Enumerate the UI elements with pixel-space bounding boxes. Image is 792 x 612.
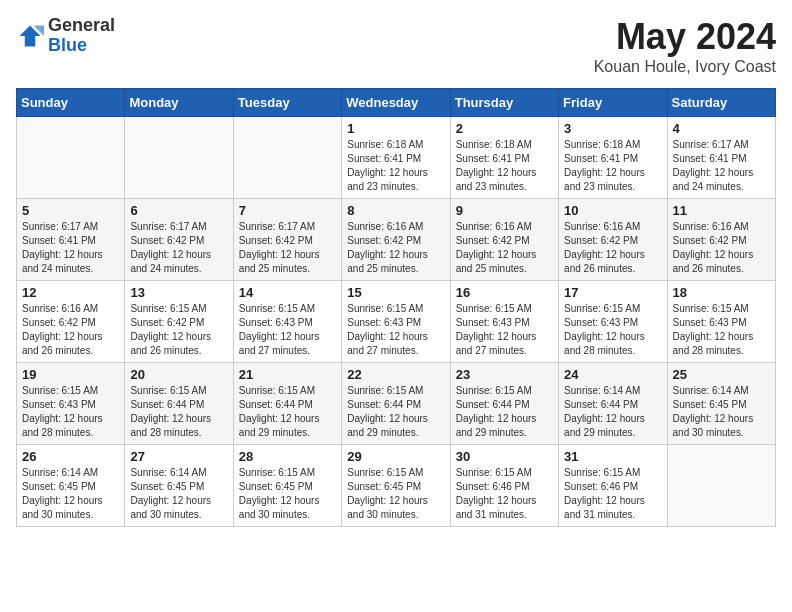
day-number: 1 (347, 121, 444, 136)
column-header-thursday: Thursday (450, 89, 558, 117)
day-number: 2 (456, 121, 553, 136)
day-detail: Sunrise: 6:15 AMSunset: 6:44 PMDaylight:… (130, 384, 227, 440)
day-detail: Sunrise: 6:15 AMSunset: 6:43 PMDaylight:… (347, 302, 444, 358)
day-detail: Sunrise: 6:15 AMSunset: 6:45 PMDaylight:… (347, 466, 444, 522)
day-detail: Sunrise: 6:17 AMSunset: 6:42 PMDaylight:… (239, 220, 336, 276)
logo-text: General Blue (48, 16, 115, 56)
day-number: 5 (22, 203, 119, 218)
calendar-subtitle: Kouan Houle, Ivory Coast (594, 58, 776, 76)
day-detail: Sunrise: 6:17 AMSunset: 6:41 PMDaylight:… (673, 138, 770, 194)
calendar-cell: 7Sunrise: 6:17 AMSunset: 6:42 PMDaylight… (233, 199, 341, 281)
day-detail: Sunrise: 6:15 AMSunset: 6:43 PMDaylight:… (456, 302, 553, 358)
day-number: 22 (347, 367, 444, 382)
calendar-cell: 6Sunrise: 6:17 AMSunset: 6:42 PMDaylight… (125, 199, 233, 281)
calendar-cell: 8Sunrise: 6:16 AMSunset: 6:42 PMDaylight… (342, 199, 450, 281)
day-number: 21 (239, 367, 336, 382)
day-detail: Sunrise: 6:15 AMSunset: 6:42 PMDaylight:… (130, 302, 227, 358)
day-number: 19 (22, 367, 119, 382)
day-number: 30 (456, 449, 553, 464)
column-header-wednesday: Wednesday (342, 89, 450, 117)
calendar-cell (233, 117, 341, 199)
calendar-cell: 9Sunrise: 6:16 AMSunset: 6:42 PMDaylight… (450, 199, 558, 281)
calendar-cell: 19Sunrise: 6:15 AMSunset: 6:43 PMDayligh… (17, 363, 125, 445)
calendar-cell (17, 117, 125, 199)
calendar-cell: 21Sunrise: 6:15 AMSunset: 6:44 PMDayligh… (233, 363, 341, 445)
calendar-cell: 4Sunrise: 6:17 AMSunset: 6:41 PMDaylight… (667, 117, 775, 199)
calendar-cell: 29Sunrise: 6:15 AMSunset: 6:45 PMDayligh… (342, 445, 450, 527)
logo-icon (16, 22, 44, 50)
day-detail: Sunrise: 6:15 AMSunset: 6:43 PMDaylight:… (22, 384, 119, 440)
day-detail: Sunrise: 6:15 AMSunset: 6:44 PMDaylight:… (239, 384, 336, 440)
logo-blue-text: Blue (48, 35, 87, 55)
day-number: 12 (22, 285, 119, 300)
day-number: 31 (564, 449, 661, 464)
column-header-sunday: Sunday (17, 89, 125, 117)
day-number: 20 (130, 367, 227, 382)
calendar-cell: 11Sunrise: 6:16 AMSunset: 6:42 PMDayligh… (667, 199, 775, 281)
title-block: May 2024 Kouan Houle, Ivory Coast (594, 16, 776, 76)
column-header-monday: Monday (125, 89, 233, 117)
calendar-cell: 23Sunrise: 6:15 AMSunset: 6:44 PMDayligh… (450, 363, 558, 445)
day-number: 29 (347, 449, 444, 464)
day-number: 4 (673, 121, 770, 136)
day-number: 11 (673, 203, 770, 218)
page-header: General Blue May 2024 Kouan Houle, Ivory… (16, 16, 776, 76)
day-number: 17 (564, 285, 661, 300)
calendar-cell: 16Sunrise: 6:15 AMSunset: 6:43 PMDayligh… (450, 281, 558, 363)
calendar-cell: 18Sunrise: 6:15 AMSunset: 6:43 PMDayligh… (667, 281, 775, 363)
day-number: 14 (239, 285, 336, 300)
day-number: 26 (22, 449, 119, 464)
calendar-cell (667, 445, 775, 527)
day-detail: Sunrise: 6:15 AMSunset: 6:43 PMDaylight:… (564, 302, 661, 358)
calendar-body: 1Sunrise: 6:18 AMSunset: 6:41 PMDaylight… (17, 117, 776, 527)
day-detail: Sunrise: 6:18 AMSunset: 6:41 PMDaylight:… (564, 138, 661, 194)
day-number: 3 (564, 121, 661, 136)
day-number: 13 (130, 285, 227, 300)
day-detail: Sunrise: 6:16 AMSunset: 6:42 PMDaylight:… (456, 220, 553, 276)
column-header-tuesday: Tuesday (233, 89, 341, 117)
calendar-cell (125, 117, 233, 199)
day-number: 6 (130, 203, 227, 218)
day-detail: Sunrise: 6:14 AMSunset: 6:45 PMDaylight:… (673, 384, 770, 440)
calendar-cell: 13Sunrise: 6:15 AMSunset: 6:42 PMDayligh… (125, 281, 233, 363)
day-detail: Sunrise: 6:17 AMSunset: 6:42 PMDaylight:… (130, 220, 227, 276)
day-detail: Sunrise: 6:16 AMSunset: 6:42 PMDaylight:… (347, 220, 444, 276)
day-detail: Sunrise: 6:18 AMSunset: 6:41 PMDaylight:… (347, 138, 444, 194)
week-row: 5Sunrise: 6:17 AMSunset: 6:41 PMDaylight… (17, 199, 776, 281)
calendar-cell: 31Sunrise: 6:15 AMSunset: 6:46 PMDayligh… (559, 445, 667, 527)
calendar-cell: 10Sunrise: 6:16 AMSunset: 6:42 PMDayligh… (559, 199, 667, 281)
calendar-title: May 2024 (594, 16, 776, 58)
calendar-cell: 2Sunrise: 6:18 AMSunset: 6:41 PMDaylight… (450, 117, 558, 199)
day-detail: Sunrise: 6:14 AMSunset: 6:44 PMDaylight:… (564, 384, 661, 440)
logo-general: General (48, 15, 115, 35)
calendar-cell: 15Sunrise: 6:15 AMSunset: 6:43 PMDayligh… (342, 281, 450, 363)
day-detail: Sunrise: 6:15 AMSunset: 6:43 PMDaylight:… (673, 302, 770, 358)
day-detail: Sunrise: 6:15 AMSunset: 6:44 PMDaylight:… (347, 384, 444, 440)
calendar-cell: 25Sunrise: 6:14 AMSunset: 6:45 PMDayligh… (667, 363, 775, 445)
day-number: 7 (239, 203, 336, 218)
day-number: 10 (564, 203, 661, 218)
day-number: 28 (239, 449, 336, 464)
calendar-cell: 12Sunrise: 6:16 AMSunset: 6:42 PMDayligh… (17, 281, 125, 363)
day-detail: Sunrise: 6:15 AMSunset: 6:45 PMDaylight:… (239, 466, 336, 522)
day-detail: Sunrise: 6:16 AMSunset: 6:42 PMDaylight:… (22, 302, 119, 358)
day-number: 23 (456, 367, 553, 382)
calendar-cell: 22Sunrise: 6:15 AMSunset: 6:44 PMDayligh… (342, 363, 450, 445)
day-number: 25 (673, 367, 770, 382)
day-detail: Sunrise: 6:16 AMSunset: 6:42 PMDaylight:… (673, 220, 770, 276)
day-detail: Sunrise: 6:15 AMSunset: 6:43 PMDaylight:… (239, 302, 336, 358)
calendar-cell: 14Sunrise: 6:15 AMSunset: 6:43 PMDayligh… (233, 281, 341, 363)
week-row: 19Sunrise: 6:15 AMSunset: 6:43 PMDayligh… (17, 363, 776, 445)
day-detail: Sunrise: 6:15 AMSunset: 6:46 PMDaylight:… (564, 466, 661, 522)
week-row: 26Sunrise: 6:14 AMSunset: 6:45 PMDayligh… (17, 445, 776, 527)
calendar-header: SundayMondayTuesdayWednesdayThursdayFrid… (17, 89, 776, 117)
day-detail: Sunrise: 6:16 AMSunset: 6:42 PMDaylight:… (564, 220, 661, 276)
calendar-cell: 30Sunrise: 6:15 AMSunset: 6:46 PMDayligh… (450, 445, 558, 527)
day-number: 18 (673, 285, 770, 300)
day-detail: Sunrise: 6:14 AMSunset: 6:45 PMDaylight:… (22, 466, 119, 522)
calendar-cell: 27Sunrise: 6:14 AMSunset: 6:45 PMDayligh… (125, 445, 233, 527)
day-number: 8 (347, 203, 444, 218)
day-detail: Sunrise: 6:14 AMSunset: 6:45 PMDaylight:… (130, 466, 227, 522)
calendar-cell: 20Sunrise: 6:15 AMSunset: 6:44 PMDayligh… (125, 363, 233, 445)
calendar-table: SundayMondayTuesdayWednesdayThursdayFrid… (16, 88, 776, 527)
